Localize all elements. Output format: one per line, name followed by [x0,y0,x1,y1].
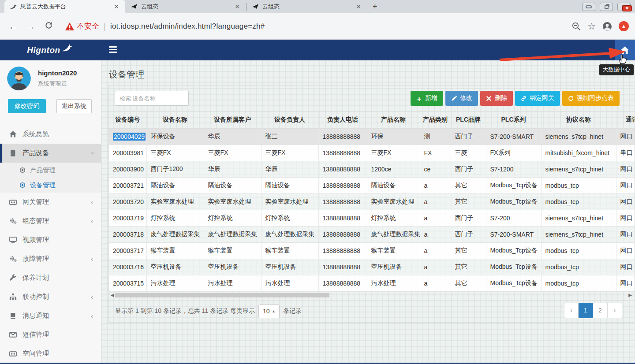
table-row[interactable]: 200003715污水处理污水处理污水处理13888888888污水处理a其它M… [109,275,635,291]
add-button[interactable]: +新增 [411,91,443,106]
page-size-select[interactable]: 10 ▲ [258,305,280,318]
table-cell: 200003716 [109,259,146,275]
search-input[interactable] [115,91,189,106]
next-page-button[interactable]: › [608,303,622,318]
scroll-right-icon[interactable]: ▶ [628,293,632,297]
sidebar-item-device-manage[interactable]: 设备管理 [0,178,101,193]
address-bar[interactable]: iot.idosp.net/admin/index.html?language=… [110,22,265,31]
sidebar-item-label: 保养计划 [22,274,49,282]
table-cell: 串口 [616,145,635,161]
back-icon[interactable]: ← [4,21,22,32]
sidebar-item-linkage-control[interactable]: 联动控制‹ [0,287,101,306]
sidebar-item-video-manage[interactable]: 视频管理 [0,230,101,249]
sidebar-item-space-manage[interactable]: 空间管理 [0,344,101,363]
sidebar-item-gateway-manage[interactable]: 网关管理‹ [0,193,101,212]
column-header[interactable]: 通讯方式 [616,111,635,128]
sidebar-item-message-notify[interactable]: 消息通知‹ [0,306,101,325]
table-row[interactable]: 200003720实验室废水处理实验室废水处理实验室废水处理1388888888… [109,193,635,210]
sidebar-item-system-overview[interactable]: 系统总览 [0,125,101,144]
button-label: 强制同步点表 [577,94,614,102]
page-button-2[interactable]: 2 [593,303,608,318]
bookmark-star-icon[interactable]: ☆ [587,21,596,32]
table-cell: 废气处理数据采集 [204,226,261,242]
tab-close-icon[interactable]: ✕ [354,3,363,10]
dot-icon [19,182,26,188]
table-cell: FX系列 [486,145,541,161]
table-row[interactable]: 200003716空压机设备空压机设备空压机设备13888888888空压机设备… [109,259,635,275]
sidebar-item-product-manage[interactable]: 产品管理 [0,163,101,178]
restore-button[interactable] [600,3,613,11]
table-row[interactable]: 200004029环保设备华辰张三13888888888环保测西门子S7-200… [109,128,635,145]
column-header[interactable]: 负责人电话 [318,111,367,128]
tab-close-icon[interactable]: ✕ [233,3,242,10]
forward-icon[interactable]: → [22,21,40,32]
change-password-button[interactable]: 修改密码 [8,99,46,113]
minimize-button[interactable] [582,3,595,11]
edit-button[interactable]: 修改 [445,91,478,106]
browser-tab-1[interactable]: 思普云大数据平台 ✕ [4,0,125,13]
table-cell: 13888888888 [318,177,367,193]
sidebar-item-product-device[interactable]: 产品设备‹ [0,144,101,163]
column-header[interactable]: 协议名称 [541,111,616,128]
desktop-icon [9,236,17,244]
table-cell: modbus_tcp [541,193,616,210]
sidebar-item-sms-manage[interactable]: 短信管理 [0,325,101,344]
table-cell: 空压机设备 [146,259,204,275]
table-row[interactable]: 200003900西门子1200华辰华辰138888888881200cece西… [109,161,635,177]
new-tab-button[interactable]: + [367,2,383,13]
sidebar-item-label: 空间管理 [22,349,49,358]
delete-button[interactable]: 删除 [480,91,513,106]
table-cell: 其它 [451,177,486,193]
bind-gateway-button[interactable]: 绑定网关 [515,91,560,106]
horizontal-scrollbar[interactable]: ◀ ▶ [109,292,635,298]
column-header[interactable]: 产品类别 [420,111,451,128]
profile-icon[interactable] [602,21,613,32]
zoom-out-icon[interactable] [572,22,581,31]
close-button[interactable]: ✕ ✕ [617,3,631,11]
page-button-1[interactable]: 1 [579,303,593,318]
pagination-row: 显示第 1 到第 10 条记录，总共 11 条记录 每页显示 10 ▲ 条记录 … [109,298,635,322]
column-header[interactable]: 设备所属客户 [204,111,261,128]
column-header[interactable]: 设备编号 [109,111,146,128]
scrollbar-thumb[interactable] [115,293,329,297]
scroll-left-icon[interactable]: ◀ [111,293,114,297]
sidebar-menu: 系统总览产品设备‹产品管理设备管理网关管理‹组态管理‹视频管理故障管理‹保养计划… [0,125,101,363]
sidebar-item-scada-manage[interactable]: 组态管理‹ [0,212,101,230]
chevron-left-icon: ‹ [91,217,93,225]
tab-close-icon[interactable]: ✕ [112,3,121,10]
table-row[interactable]: 200003718废气处理数据采集废气处理数据采集废气处理数据采集1388888… [109,226,635,242]
avatar[interactable] [7,67,31,90]
menu-toggle-icon[interactable] [109,46,117,53]
hignton-logo: Hignton [0,40,101,60]
chevron-down-icon: ‹ [88,152,96,154]
book-icon [9,312,17,319]
security-warning[interactable]: 不安全 [65,21,99,31]
logout-button[interactable]: 退出系统 [56,99,92,113]
browser-tab-3[interactable]: 云组态 ✕ [247,0,367,13]
column-header[interactable]: PLC品牌 [451,111,486,128]
column-header[interactable]: 设备名称 [146,111,204,128]
sidebar-item-maintenance-plan[interactable]: 保养计划 [0,268,101,287]
table-row[interactable]: 200003721隔油设备隔油设备隔油设备13888888888隔油设备a其它M… [109,177,635,193]
column-header[interactable]: PLC系列 [486,111,541,128]
sidebar-item-label: 视频管理 [22,236,49,244]
scada-favicon-icon [252,3,259,10]
column-header[interactable]: 设备负责人 [261,111,318,128]
force-sync-button[interactable]: 强制同步点表 [562,91,620,106]
table-cell: 猴车装置 [146,242,204,259]
reload-icon[interactable] [40,21,57,32]
device-table-wrap: 设备编号设备名称设备所属客户设备负责人负责人电话产品名称产品类别PLC品牌PLC… [109,111,635,292]
annotation-arrow [496,45,628,65]
browser-update-icon[interactable]: ▲ [619,21,629,31]
prev-page-button[interactable]: ‹ [564,303,579,318]
restore-icon [605,5,609,9]
table-row[interactable]: 200003981三菱FX三菱FX三菱FX13888888888三菱FXFX三菱… [109,145,635,161]
browser-tab-2[interactable]: 云组态 ✕ [125,0,246,13]
table-cell: 其它 [451,259,486,275]
column-header[interactable]: 产品名称 [367,111,420,128]
table-cell: 环保 [367,128,420,145]
button-label: 新增 [425,94,437,102]
table-row[interactable]: 200003719灯控系统灯控系统灯控系统13888888888灯控系统a西门子… [109,210,635,226]
sidebar-item-fault-manage[interactable]: 故障管理‹ [0,249,101,268]
table-row[interactable]: 200003717猴车装置猴车装置猴车装置13888888888猴车装置a其它M… [109,242,635,259]
